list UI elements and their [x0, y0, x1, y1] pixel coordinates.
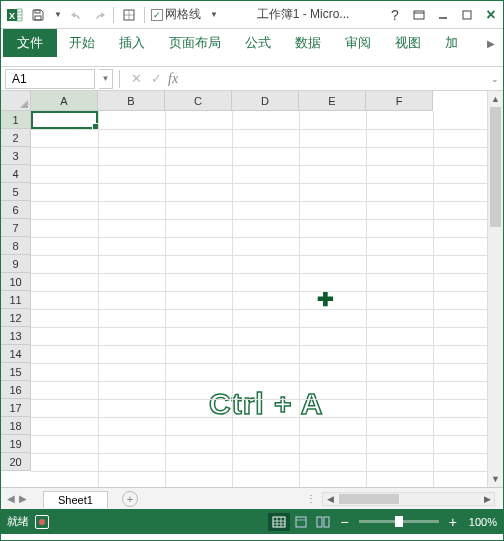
row-header-18[interactable]: 18 — [1, 417, 31, 435]
row-header-4[interactable]: 4 — [1, 165, 31, 183]
save-icon[interactable] — [29, 6, 47, 24]
cells-area[interactable]: ✚ Ctrl + A — [31, 111, 487, 487]
tab-view[interactable]: 视图 — [383, 29, 433, 57]
page-break-view-icon[interactable] — [312, 513, 334, 531]
row-header-8[interactable]: 8 — [1, 237, 31, 255]
cancel-formula-icon[interactable]: ✕ — [126, 71, 146, 86]
zoom-slider[interactable] — [359, 520, 439, 523]
tab-formulas[interactable]: 公式 — [233, 29, 283, 57]
tab-insert[interactable]: 插入 — [107, 29, 157, 57]
zoom-slider-thumb[interactable] — [395, 516, 403, 527]
row-header-14[interactable]: 14 — [1, 345, 31, 363]
select-all-triangle[interactable] — [1, 91, 31, 111]
row-header-11[interactable]: 11 — [1, 291, 31, 309]
overlay-shortcut-text: Ctrl + A — [209, 387, 323, 421]
tab-pagelayout[interactable]: 页面布局 — [157, 29, 233, 57]
vertical-scrollbar[interactable]: ▲ ▼ — [487, 91, 503, 487]
sheet-nav[interactable]: ◀ ▶ — [1, 493, 33, 504]
row-header-19[interactable]: 19 — [1, 435, 31, 453]
page-layout-view-icon[interactable] — [290, 513, 312, 531]
formula-input[interactable] — [178, 67, 487, 90]
hscroll-thumb[interactable] — [339, 494, 399, 504]
row-header-16[interactable]: 16 — [1, 381, 31, 399]
hscroll-separator[interactable]: ⋮ — [308, 492, 314, 506]
col-header-A[interactable]: A — [31, 91, 98, 111]
close-icon[interactable]: × — [479, 3, 503, 27]
svg-rect-15 — [273, 517, 285, 527]
scroll-up-icon[interactable]: ▲ — [488, 91, 503, 107]
column-headers: ABCDEF — [31, 91, 487, 111]
help-icon[interactable]: ? — [383, 3, 407, 27]
scroll-left-icon[interactable]: ◀ — [323, 494, 337, 504]
row-header-6[interactable]: 6 — [1, 201, 31, 219]
zoom-out-button[interactable]: − — [334, 514, 354, 530]
svg-rect-14 — [463, 11, 471, 19]
name-box[interactable]: A1 — [5, 69, 95, 89]
expand-formula-bar-icon[interactable]: ⌄ — [487, 74, 503, 84]
row-header-10[interactable]: 10 — [1, 273, 31, 291]
enter-formula-icon[interactable]: ✓ — [146, 71, 166, 86]
sheet-nav-prev-icon[interactable]: ◀ — [7, 493, 15, 504]
row-header-7[interactable]: 7 — [1, 219, 31, 237]
row-header-3[interactable]: 3 — [1, 147, 31, 165]
scroll-down-icon[interactable]: ▼ — [488, 471, 503, 487]
zoom-in-button[interactable]: + — [443, 514, 463, 530]
col-header-F[interactable]: F — [366, 91, 433, 111]
qat-dropdown-icon[interactable]: ▼ — [49, 6, 67, 24]
col-header-E[interactable]: E — [299, 91, 366, 111]
worksheet-grid: 1234567891011121314151617181920 ABCDEF ✚… — [1, 91, 503, 487]
row-header-5[interactable]: 5 — [1, 183, 31, 201]
quick-access-toolbar: ▼ ✓ 网格线 ▼ — [29, 6, 223, 24]
col-header-B[interactable]: B — [98, 91, 165, 111]
svg-rect-6 — [35, 10, 40, 13]
svg-rect-20 — [296, 517, 306, 527]
gridlines-label: 网格线 — [165, 6, 201, 23]
row-header-17[interactable]: 17 — [1, 399, 31, 417]
ribbon-display-icon[interactable] — [407, 3, 431, 27]
vscroll-thumb[interactable] — [490, 107, 501, 227]
zoom-value[interactable]: 100% — [463, 516, 497, 528]
tab-file[interactable]: 文件 — [3, 29, 57, 57]
check-icon: ✓ — [151, 9, 163, 21]
borders-icon[interactable] — [120, 6, 138, 24]
tab-addin[interactable]: 加 — [433, 29, 460, 57]
maximize-icon[interactable] — [455, 3, 479, 27]
sheet-nav-next-icon[interactable]: ▶ — [19, 493, 27, 504]
scroll-right-icon[interactable]: ▶ — [480, 494, 494, 504]
sheet-tab[interactable]: Sheet1 — [43, 491, 108, 508]
status-ready: 就绪 — [7, 514, 35, 529]
gridlines-checkbox[interactable]: ✓ 网格线 — [151, 6, 201, 23]
row-header-13[interactable]: 13 — [1, 327, 31, 345]
redo-icon[interactable] — [89, 6, 107, 24]
ribbon-scroll-icon[interactable]: ▶ — [479, 29, 503, 57]
name-box-dropdown-icon[interactable]: ▼ — [99, 69, 113, 89]
tab-review[interactable]: 审阅 — [333, 29, 383, 57]
row-header-9[interactable]: 9 — [1, 255, 31, 273]
window-title: 工作簿1 - Micro... — [223, 6, 383, 23]
tab-data[interactable]: 数据 — [283, 29, 333, 57]
undo-icon[interactable] — [69, 6, 87, 24]
view-buttons — [268, 513, 334, 531]
horizontal-scrollbar[interactable]: ◀ ▶ — [322, 492, 495, 506]
qat-more-dropdown-icon[interactable]: ▼ — [205, 6, 223, 24]
tab-home[interactable]: 开始 — [57, 29, 107, 57]
macro-record-icon[interactable] — [35, 515, 49, 529]
row-header-15[interactable]: 15 — [1, 363, 31, 381]
fx-icon[interactable]: fx — [168, 71, 178, 87]
normal-view-icon[interactable] — [268, 513, 290, 531]
minimize-icon[interactable] — [431, 3, 455, 27]
svg-text:X: X — [9, 11, 15, 21]
row-header-12[interactable]: 12 — [1, 309, 31, 327]
title-bar: X ▼ ✓ 网格线 ▼ 工作簿1 - Micro... ? × — [1, 1, 503, 29]
add-sheet-button[interactable]: + — [122, 491, 138, 507]
ribbon-collapsed-area — [1, 57, 503, 67]
col-header-C[interactable]: C — [165, 91, 232, 111]
row-header-2[interactable]: 2 — [1, 129, 31, 147]
window-controls: ? × — [383, 3, 503, 27]
svg-rect-22 — [317, 517, 322, 527]
ribbon-tabs: 文件 开始 插入 页面布局 公式 数据 审阅 视图 加 ▶ — [1, 29, 503, 57]
row-header-1[interactable]: 1 — [1, 111, 31, 129]
excel-app-icon: X — [5, 5, 25, 25]
row-header-20[interactable]: 20 — [1, 453, 31, 471]
col-header-D[interactable]: D — [232, 91, 299, 111]
